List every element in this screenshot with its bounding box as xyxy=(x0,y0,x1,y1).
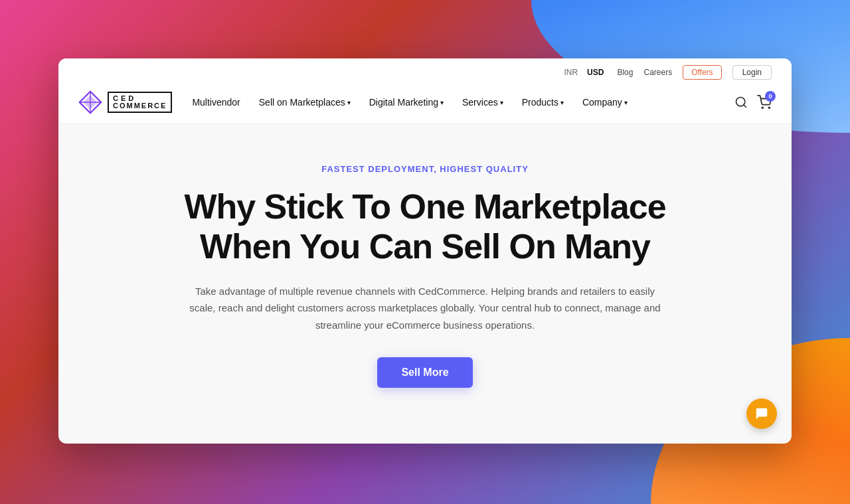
svg-point-6 xyxy=(762,107,763,108)
logo-text-box: CED COMMERCE xyxy=(108,92,172,113)
currency-usd[interactable]: USD xyxy=(584,66,606,78)
offers-button[interactable]: Offers xyxy=(683,65,721,80)
nav-services[interactable]: Services ▾ xyxy=(462,97,503,108)
cart-badge: 0 xyxy=(765,91,776,102)
site-header: INR USD Blog Careers Offers Login xyxy=(58,58,792,124)
chat-icon xyxy=(754,406,769,421)
nav-products[interactable]: Products ▾ xyxy=(522,97,564,108)
search-icon xyxy=(734,96,748,109)
nav-sell-on-marketplaces[interactable]: Sell on Marketplaces ▾ xyxy=(259,97,351,108)
nav-multivendor[interactable]: Multivendor xyxy=(192,97,240,108)
blog-link[interactable]: Blog xyxy=(617,68,633,77)
sell-more-button[interactable]: Sell More xyxy=(377,357,472,388)
search-button[interactable] xyxy=(734,96,748,109)
login-button[interactable]: Login xyxy=(732,65,772,80)
currency-switcher: INR USD xyxy=(561,66,606,78)
header-main-bar: CED COMMERCE Multivendor Sell on Marketp… xyxy=(78,84,772,124)
chevron-down-icon: ▾ xyxy=(347,99,351,106)
svg-point-7 xyxy=(768,107,770,108)
hero-section: FASTEST DEPLOYMENT, HIGHEST QUALITY Why … xyxy=(126,124,724,414)
hero-tag: FASTEST DEPLOYMENT, HIGHEST QUALITY xyxy=(153,164,697,174)
logo-text-bottom: COMMERCE xyxy=(113,102,167,110)
careers-link[interactable]: Careers xyxy=(643,68,672,77)
main-card: INR USD Blog Careers Offers Login xyxy=(58,58,792,444)
chevron-down-icon: ▾ xyxy=(624,99,628,106)
logo-icon xyxy=(78,90,102,114)
chat-bubble[interactable] xyxy=(746,398,777,429)
chevron-down-icon: ▾ xyxy=(440,99,444,106)
header-top-bar: INR USD Blog Careers Offers Login xyxy=(78,58,772,84)
chevron-down-icon: ▾ xyxy=(500,99,503,106)
hero-description: Take advantage of multiple revenue chann… xyxy=(186,283,664,334)
logo[interactable]: CED COMMERCE xyxy=(78,90,172,114)
cart-wrapper: 0 xyxy=(757,95,772,110)
currency-inr[interactable]: INR xyxy=(561,66,580,78)
nav-icon-group: 0 xyxy=(734,95,772,110)
nav-digital-marketing[interactable]: Digital Marketing ▾ xyxy=(369,97,444,108)
svg-line-5 xyxy=(744,105,746,108)
chevron-down-icon: ▾ xyxy=(560,99,564,106)
hero-title: Why Stick To One Marketplace When You Ca… xyxy=(153,187,697,267)
main-nav: Multivendor Sell on Marketplaces ▾ Digit… xyxy=(192,97,734,108)
nav-company[interactable]: Company ▾ xyxy=(582,97,628,108)
